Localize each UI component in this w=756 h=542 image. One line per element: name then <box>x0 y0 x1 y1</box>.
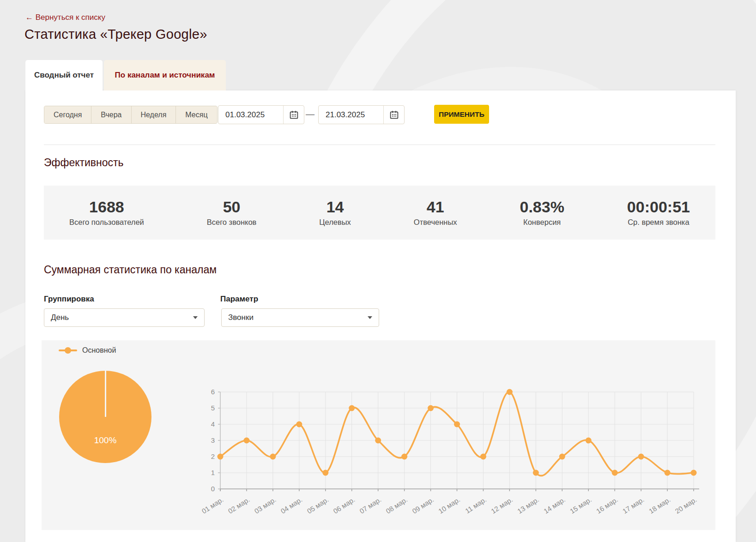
stat-label: Ср. время звонка <box>627 218 690 227</box>
x-tick-label: 10 мар. <box>437 495 461 515</box>
calendar-icon[interactable] <box>283 106 304 124</box>
data-point[interactable] <box>401 454 407 460</box>
effectiveness-stats: 1688 Всего пользователей 50 Всего звонко… <box>44 186 715 240</box>
quick-range-yesterday[interactable]: Вчера <box>91 106 131 123</box>
date-from-value: 01.03.2025 <box>218 110 283 120</box>
x-tick-label: 03 мар. <box>253 495 278 515</box>
x-tick-label: 05 мар. <box>306 495 330 515</box>
x-tick-label: 12 мар. <box>490 495 514 515</box>
stat-answered-calls: 41 Отвеченных <box>414 199 457 227</box>
data-point[interactable] <box>612 470 618 476</box>
x-tick-label: 11 мар. <box>464 495 488 515</box>
y-tick-label: 1 <box>211 469 215 476</box>
chevron-down-icon <box>193 316 198 319</box>
y-tick-label: 0 <box>211 485 215 493</box>
channels-chart-container: Основной 100% 012345601 мар.02 мар.03 ма… <box>42 340 715 530</box>
data-point[interactable] <box>507 389 513 395</box>
data-point[interactable] <box>665 470 671 476</box>
grouping-selected-value: День <box>44 313 193 322</box>
stat-value: 0.83% <box>520 199 564 216</box>
data-point[interactable] <box>691 470 697 476</box>
parameter-selected-value: Звонки <box>222 313 368 322</box>
stat-label: Конверсия <box>520 218 564 227</box>
data-point[interactable] <box>454 422 460 428</box>
stat-label: Всего звонков <box>207 218 257 227</box>
tab-label: Сводный отчет <box>34 71 94 80</box>
stat-value: 14 <box>319 199 351 216</box>
stat-conversion: 0.83% Конверсия <box>520 199 564 227</box>
x-tick-label: 08 мар. <box>384 495 409 515</box>
calendar-icon[interactable] <box>383 106 404 124</box>
apply-button[interactable]: ПРИМЕНИТЬ <box>434 105 489 124</box>
stat-value: 00:00:51 <box>627 199 690 216</box>
parameter-select[interactable]: Звонки <box>221 308 379 327</box>
channel-summary-heading: Суммарная статистика по каналам <box>44 264 217 276</box>
stat-label: Всего пользователей <box>69 218 144 227</box>
tab-summary-report[interactable]: Сводный отчет <box>25 60 103 90</box>
stat-avg-call-time: 00:00:51 Ср. время звонка <box>627 199 690 227</box>
data-point[interactable] <box>243 438 249 444</box>
data-point[interactable] <box>559 454 565 460</box>
chevron-down-icon <box>368 316 372 319</box>
stat-total-users: 1688 Всего пользователей <box>69 199 144 227</box>
date-to-input[interactable]: 21.03.2025 <box>318 105 405 124</box>
grouping-select[interactable]: День <box>44 308 205 327</box>
back-link[interactable]: ← Вернуться к списку <box>25 13 105 22</box>
data-point[interactable] <box>349 405 355 411</box>
y-tick-label: 2 <box>211 452 215 460</box>
x-tick-label: 17 мар. <box>621 495 646 515</box>
quick-range-today[interactable]: Сегодня <box>44 106 91 123</box>
date-from-input[interactable]: 01.03.2025 <box>218 105 304 124</box>
data-point[interactable] <box>480 454 486 460</box>
x-tick-label: 15 мар. <box>569 495 593 515</box>
stat-value: 50 <box>207 199 257 216</box>
x-tick-label: 18 мар. <box>647 495 672 515</box>
x-tick-label: 14 мар. <box>542 495 567 515</box>
parameter-label: Параметр <box>220 295 258 304</box>
page: ← Вернуться к списку Статистика «Трекер … <box>0 0 756 542</box>
grouping-label: Группировка <box>44 295 94 304</box>
data-point[interactable] <box>428 405 434 411</box>
quick-range-group: Сегодня Вчера Неделя Месяц <box>44 106 218 124</box>
x-tick-label: 20 мар. <box>674 495 698 515</box>
x-tick-label: 06 мар. <box>332 495 356 515</box>
line-chart-svg: 012345601 мар.02 мар.03 мар.04 мар.05 ма… <box>42 340 715 530</box>
x-tick-label: 16 мар. <box>595 495 619 515</box>
effectiveness-heading: Эффективность <box>44 157 124 169</box>
data-point[interactable] <box>270 454 276 460</box>
page-title: Статистика «Трекер Google» <box>24 27 207 42</box>
data-point[interactable] <box>638 454 644 460</box>
date-to-value: 21.03.2025 <box>319 110 383 120</box>
stat-label: Целевых <box>319 218 351 227</box>
y-tick-label: 6 <box>211 388 215 396</box>
stat-total-calls: 50 Всего звонков <box>207 199 257 227</box>
date-range-separator: — <box>306 109 314 119</box>
data-point[interactable] <box>586 438 592 444</box>
x-tick-label: 09 мар. <box>411 495 435 515</box>
stat-value: 41 <box>414 199 457 216</box>
x-tick-label: 01 мар. <box>200 495 225 515</box>
tab-label: По каналам и источникам <box>115 71 215 80</box>
stat-value: 1688 <box>69 199 144 216</box>
x-tick-label: 02 мар. <box>227 495 251 515</box>
data-point[interactable] <box>375 438 381 444</box>
data-point[interactable] <box>218 454 224 460</box>
x-tick-label: 13 мар. <box>516 495 540 515</box>
x-tick-label: 07 мар. <box>358 495 382 515</box>
quick-range-week[interactable]: Неделя <box>131 106 176 123</box>
data-point[interactable] <box>296 422 302 428</box>
y-tick-label: 3 <box>211 436 215 444</box>
tab-channels-sources[interactable]: По каналам и источникам <box>104 60 226 90</box>
section-divider <box>44 145 715 145</box>
stat-target-calls: 14 Целевых <box>319 199 351 227</box>
y-tick-label: 5 <box>211 404 215 412</box>
x-tick-label: 04 мар. <box>279 495 304 515</box>
data-point[interactable] <box>533 470 539 476</box>
stat-label: Отвеченных <box>414 218 457 227</box>
quick-range-month[interactable]: Месяц <box>175 106 217 123</box>
y-tick-label: 4 <box>211 420 215 428</box>
data-point[interactable] <box>322 470 328 476</box>
